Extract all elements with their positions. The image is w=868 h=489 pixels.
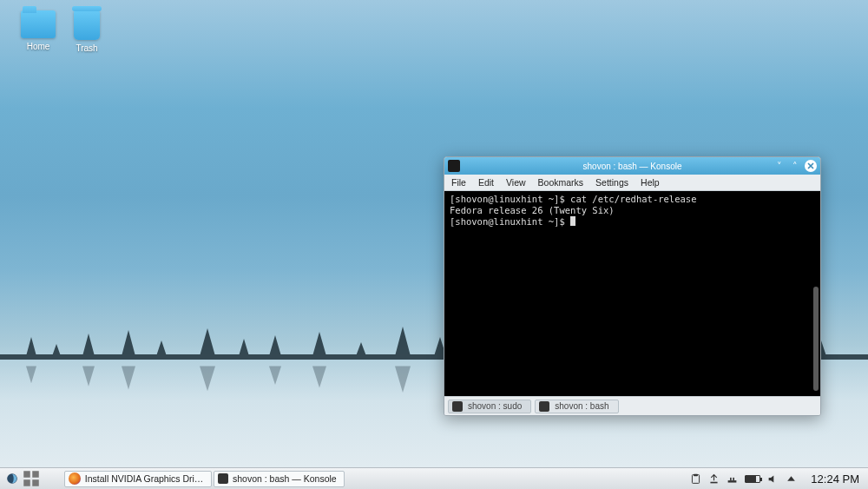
window-title: shovon : bash — Konsole <box>583 162 682 171</box>
desktop-icon-label: Home <box>12 42 64 51</box>
close-button[interactable] <box>805 160 817 172</box>
menu-edit[interactable]: Edit <box>478 177 494 188</box>
svg-rect-3 <box>32 471 39 478</box>
terminal-tab-label: shovon : sudo <box>468 401 522 411</box>
menu-help[interactable]: Help <box>641 177 660 188</box>
activity-switcher-icon[interactable] <box>23 470 40 487</box>
updates-tray-icon[interactable] <box>708 473 720 485</box>
svg-rect-2 <box>23 471 30 478</box>
terminal-tab-icon <box>539 401 549 412</box>
svg-rect-10 <box>730 477 732 479</box>
taskbar-entry-label: shovon : bash — Konsole <box>233 473 337 484</box>
terminal-line: [shovon@linuxhint ~]$ <box>450 216 570 227</box>
terminal-tab[interactable]: shovon : bash <box>535 400 618 413</box>
system-tray <box>685 473 802 485</box>
desktop-icon-label: Trash <box>61 43 113 53</box>
volume-tray-icon[interactable] <box>767 473 779 485</box>
terminal-tab-icon <box>452 401 463 412</box>
trash-icon <box>74 10 100 40</box>
clipboard-tray-icon[interactable] <box>690 473 701 485</box>
konsole-icon <box>448 160 460 172</box>
folder-icon <box>21 10 56 38</box>
taskbar-entry-firefox[interactable]: Install NVIDIA Graphics Driv... <box>64 471 212 487</box>
terminal-line: Fedora release 26 (Twenty Six) <box>450 205 615 215</box>
taskbar-entry-konsole[interactable]: shovon : bash — Konsole <box>214 471 345 487</box>
svg-rect-7 <box>694 473 698 475</box>
taskbar-entry-label: Install NVIDIA Graphics Driv... <box>85 473 204 484</box>
terminal-tab[interactable]: shovon : sudo <box>448 400 531 413</box>
terminal-area[interactable]: [shovon@linuxhint ~]$ cat /etc/redhat-re… <box>444 191 820 396</box>
terminal-line: [shovon@linuxhint ~]$ cat /etc/redhat-re… <box>450 194 696 204</box>
desktop-icon-home[interactable]: Home <box>12 10 64 51</box>
maximize-button[interactable]: ˄ <box>789 160 801 172</box>
taskbar: Install NVIDIA Graphics Driv... shovon :… <box>0 467 868 489</box>
terminal-scrollbar[interactable] <box>813 287 819 391</box>
svg-rect-11 <box>733 477 735 479</box>
konsole-window: shovon : bash — Konsole ˅ ˄ File Edit Vi… <box>444 156 821 416</box>
window-titlebar[interactable]: shovon : bash — Konsole ˅ ˄ <box>444 157 820 175</box>
battery-tray-icon[interactable] <box>745 475 760 483</box>
window-menubar: File Edit View Bookmarks Settings Help <box>444 175 820 191</box>
terminal-cursor <box>570 216 575 226</box>
svg-rect-8 <box>711 481 718 483</box>
taskbar-launchers <box>0 470 62 487</box>
firefox-icon <box>69 472 81 485</box>
desktop-icon-trash[interactable]: Trash <box>61 10 113 53</box>
konsole-icon <box>218 473 228 484</box>
svg-rect-9 <box>728 480 737 482</box>
menu-settings[interactable]: Settings <box>595 177 628 188</box>
menu-view[interactable]: View <box>506 177 526 188</box>
svg-rect-4 <box>23 479 30 486</box>
minimize-button[interactable]: ˅ <box>773 160 786 172</box>
tray-expand-icon[interactable] <box>786 473 797 485</box>
terminal-tabbar: shovon : sudo shovon : bash <box>444 396 820 415</box>
terminal-tab-label: shovon : bash <box>555 401 608 411</box>
menu-file[interactable]: File <box>451 177 466 188</box>
taskbar-clock[interactable]: 12:24 PM <box>802 472 868 486</box>
firefox-launcher-icon[interactable] <box>42 470 59 487</box>
network-tray-icon[interactable] <box>727 473 738 485</box>
svg-rect-5 <box>32 479 39 486</box>
menu-bookmarks[interactable]: Bookmarks <box>538 177 584 188</box>
application-menu-button[interactable] <box>3 470 21 487</box>
